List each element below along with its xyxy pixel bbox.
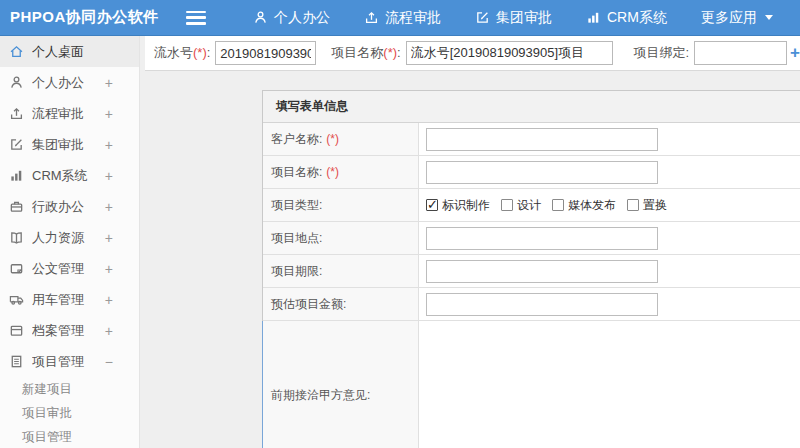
customer-name-input[interactable] xyxy=(426,128,658,151)
document-icon xyxy=(9,261,24,276)
approval-icon xyxy=(364,10,379,25)
row-label: 项目期限: xyxy=(263,255,419,287)
caret-down-icon xyxy=(765,15,773,20)
sidebar-item-human-resources[interactable]: 人力资源 + xyxy=(0,222,139,253)
expand-plus-icon[interactable]: + xyxy=(105,168,113,184)
form-row-project-term: 项目期限: xyxy=(263,255,800,288)
form-row-project-type: 项目类型: 标识制作 设计 媒体发布 置换 xyxy=(263,189,800,222)
checkbox-media-release[interactable] xyxy=(552,199,564,211)
edit-icon xyxy=(9,137,24,152)
add-project-bind-button[interactable]: + xyxy=(790,43,800,63)
expand-plus-icon[interactable]: + xyxy=(105,323,113,339)
app-logo: PHPOA协同办公软件 xyxy=(0,8,150,27)
approval-icon xyxy=(9,106,24,121)
project-bind-input[interactable] xyxy=(694,41,787,65)
project-name-input[interactable] xyxy=(406,41,614,65)
sidebar-item-archive-mgmt[interactable]: 档案管理 + xyxy=(0,315,139,346)
topbar: PHPOA协同办公软件 个人办公 流程审批 集团审批 xyxy=(0,0,800,36)
form-row-project-location: 项目地点: xyxy=(263,222,800,255)
user-icon xyxy=(9,75,24,90)
form-title: 填写表单信息 xyxy=(263,91,800,123)
checkbox-exchange[interactable] xyxy=(627,199,639,211)
book-icon xyxy=(9,230,24,245)
sidebar-item-group-approval[interactable]: 集团审批 + xyxy=(0,129,139,160)
sidebar-item-personal-office[interactable]: 个人办公 + xyxy=(0,67,139,98)
checkbox-sign-making[interactable] xyxy=(426,199,438,211)
collapse-minus-icon[interactable]: − xyxy=(105,354,113,370)
topmenu-group-approval[interactable]: 集团审批 xyxy=(458,0,569,36)
form-row-customer-name: 客户名称:(*) xyxy=(263,123,800,156)
form-header-bar: 流水号(*): 项目名称(*): 项目绑定: + xyxy=(145,36,800,71)
project-name-field[interactable] xyxy=(426,161,658,184)
sidebar-item-official-doc[interactable]: 公文管理 + xyxy=(0,253,139,284)
topmenu-personal-office[interactable]: 个人办公 xyxy=(236,0,347,36)
edit-icon xyxy=(475,10,490,25)
chart-icon xyxy=(586,10,601,25)
topmenu-label: 更多应用 xyxy=(701,9,757,27)
form-row-estimated-amount: 预估项目金额: xyxy=(263,288,800,321)
topmenu-crm-system[interactable]: CRM系统 xyxy=(569,0,684,36)
submenu-project-approval[interactable]: 项目审批 xyxy=(0,401,139,425)
sidebar-item-project-mgmt[interactable]: 项目管理 − xyxy=(0,346,139,377)
topmenu-more-apps[interactable]: 更多应用 xyxy=(684,0,790,36)
hamburger-menu-icon[interactable] xyxy=(186,11,206,25)
form-row-party-a-opinion: 前期接洽甲方意见: xyxy=(262,321,800,448)
row-label: 客户名称:(*) xyxy=(263,123,419,155)
project-location-input[interactable] xyxy=(426,227,658,250)
project-term-input[interactable] xyxy=(426,260,658,283)
topmenu-label: 集团审批 xyxy=(496,9,552,27)
project-bind-label: 项目绑定: xyxy=(633,44,689,62)
expand-plus-icon[interactable]: + xyxy=(105,75,113,91)
expand-plus-icon[interactable]: + xyxy=(105,106,113,122)
row-label: 项目地点: xyxy=(263,222,419,254)
sidebar-item-vehicle-mgmt[interactable]: 用车管理 + xyxy=(0,284,139,315)
sidebar: 个人桌面 个人办公 + 流程审批 + 集团审批 + xyxy=(0,36,140,448)
topmenu-label: 个人办公 xyxy=(274,9,330,27)
chart-icon xyxy=(9,168,24,183)
expand-plus-icon[interactable]: + xyxy=(105,137,113,153)
row-label: 预估项目金额: xyxy=(263,288,419,320)
project-name-label: 项目名称(*): xyxy=(331,44,400,62)
submenu-new-project[interactable]: 新建项目 xyxy=(0,377,139,401)
topmenu-process-approval[interactable]: 流程审批 xyxy=(347,0,458,36)
party-a-opinion-textarea[interactable] xyxy=(419,321,800,448)
estimated-amount-input[interactable] xyxy=(426,293,658,316)
briefcase-icon xyxy=(9,199,24,214)
project-type-checkbox-group: 标识制作 设计 媒体发布 置换 xyxy=(426,197,678,214)
main-content: 流水号(*): 项目名称(*): 项目绑定: + 填写表单信息 客户名称:(*)… xyxy=(140,36,800,448)
row-label: 前期接洽甲方意见: xyxy=(263,321,419,448)
serial-label: 流水号(*): xyxy=(154,44,210,62)
topmenu-label: 流程审批 xyxy=(385,9,441,27)
sidebar-item-admin-office[interactable]: 行政办公 + xyxy=(0,191,139,222)
expand-plus-icon[interactable]: + xyxy=(105,199,113,215)
expand-plus-icon[interactable]: + xyxy=(105,230,113,246)
home-icon xyxy=(9,44,24,59)
user-icon xyxy=(253,10,268,25)
project-icon xyxy=(9,354,24,369)
form-panel: 填写表单信息 客户名称:(*) 项目名称:(*) 项目类型: 标识制作 设计 xyxy=(262,90,800,448)
sidebar-item-personal-desktop[interactable]: 个人桌面 xyxy=(0,36,139,67)
sidebar-item-crm-system[interactable]: CRM系统 + xyxy=(0,160,139,191)
archive-icon xyxy=(9,323,24,338)
truck-icon xyxy=(9,292,24,307)
form-row-project-name: 项目名称:(*) xyxy=(263,156,800,189)
checkbox-design[interactable] xyxy=(501,199,513,211)
serial-input[interactable] xyxy=(215,41,316,65)
expand-plus-icon[interactable]: + xyxy=(105,261,113,277)
project-submenu: 新建项目 项目审批 项目管理 xyxy=(0,377,139,448)
submenu-project-mgmt[interactable]: 项目管理 xyxy=(0,425,139,448)
row-label: 项目名称:(*) xyxy=(263,156,419,188)
expand-plus-icon[interactable]: + xyxy=(105,292,113,308)
topmenu-label: CRM系统 xyxy=(607,9,667,27)
top-menu: 个人办公 流程审批 集团审批 CRM系统 更多应用 xyxy=(236,0,790,36)
sidebar-item-process-approval[interactable]: 流程审批 + xyxy=(0,98,139,129)
phpoa-app: PHPOA协同办公软件 个人办公 流程审批 集团审批 xyxy=(0,0,800,448)
row-label: 项目类型: xyxy=(263,189,419,221)
